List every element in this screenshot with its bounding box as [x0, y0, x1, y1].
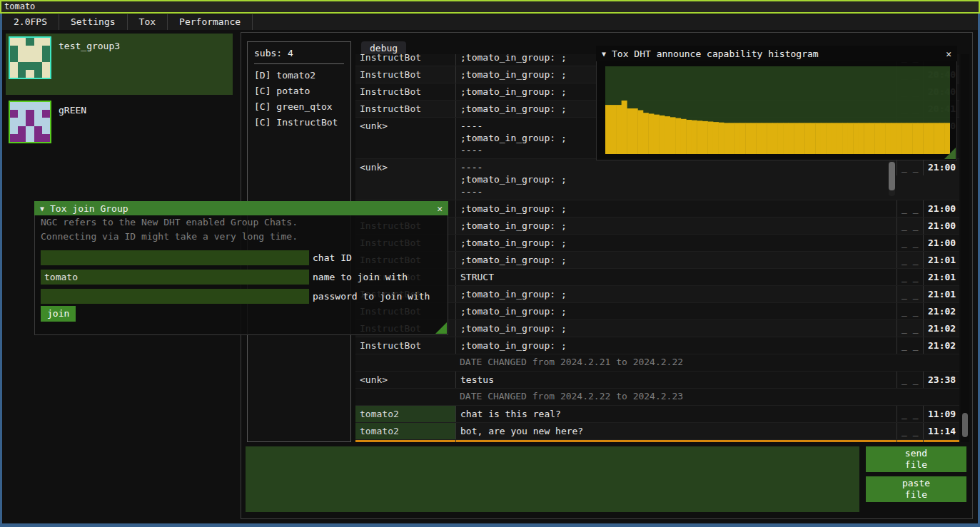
- sender-name[interactable]: <unk>: [355, 118, 455, 134]
- group-row-test_group3[interactable]: test_group3: [6, 34, 233, 95]
- histogram-window-title: Tox DHT announce capability histogram: [612, 48, 819, 59]
- message-cell-scrollbar-thumb[interactable]: [889, 162, 895, 190]
- chat-message-row[interactable]: InstructBotNo, I've been in this group f…: [355, 440, 959, 442]
- avatar-pixel: [42, 46, 50, 53]
- sender-name[interactable]: tomato2: [355, 423, 455, 439]
- join-field-row: chat ID: [41, 250, 352, 266]
- menu-item-tox[interactable]: Tox: [128, 14, 168, 30]
- indicator-mark: _: [901, 255, 907, 265]
- join-group-dialog: ▼ Tox join Group ✕ NGC refers to the New…: [34, 201, 448, 335]
- histogram-resize-grip[interactable]: [944, 148, 956, 159]
- sender-name[interactable]: <unk>: [355, 159, 455, 175]
- avatar-pixel: [26, 70, 34, 78]
- group-name-label: gREEN: [59, 105, 86, 116]
- avatar-pixel: [10, 53, 18, 61]
- timestamp: 21:02: [923, 320, 959, 337]
- indicator-mark: _: [901, 203, 907, 214]
- histogram-window-titlebar[interactable]: ▼ Tox DHT announce capability histogram …: [596, 46, 957, 61]
- message-text: ;tomato_in_group: ;: [455, 286, 896, 302]
- timestamp: 21:00: [923, 235, 959, 251]
- indicator-mark: _: [907, 426, 919, 436]
- join-field-label: chat ID: [313, 250, 352, 266]
- message-compose-input[interactable]: [246, 446, 859, 512]
- avatar-pixel: [34, 134, 42, 142]
- sender-name[interactable]: <unk>: [355, 372, 455, 388]
- app-window: tomato 2.0FPS SettingsToxPerformance tes…: [0, 0, 980, 527]
- timestamp: 11:14: [923, 423, 959, 439]
- avatar-pixel: [34, 38, 42, 46]
- join-field-row: name to join with: [41, 270, 408, 285]
- sender-name[interactable]: InstructBot: [355, 54, 455, 66]
- date-changed-row[interactable]: DATE CHANGED from 2024.2.22 to 2024.2.23: [355, 389, 959, 406]
- menu-item-performance[interactable]: Performance: [168, 14, 253, 30]
- sender-name[interactable]: InstructBot: [355, 440, 455, 442]
- window-title: tomato: [4, 1, 35, 11]
- send-file-button[interactable]: send file: [866, 446, 966, 472]
- avatar-pixel: [10, 126, 18, 134]
- group-avatar: [9, 36, 51, 79]
- chat-message-row[interactable]: <unk>testus_ _23:38: [355, 372, 959, 389]
- timestamp: 11:15: [923, 440, 959, 442]
- join-input-password-to-join-with[interactable]: [41, 289, 309, 304]
- avatar-pixel: [18, 126, 26, 134]
- sender-name[interactable]: InstructBot: [355, 66, 455, 83]
- delivery-indicator: _ _: [896, 286, 923, 302]
- join-dialog-close-icon[interactable]: ✕: [437, 203, 443, 214]
- delivery-indicator: _ _: [896, 406, 923, 422]
- avatar-pixel: [26, 38, 34, 46]
- date-row-spacer: [355, 354, 455, 371]
- avatar-pixel: [18, 102, 26, 110]
- delivery-indicator: _ _: [896, 320, 923, 337]
- window-border-bottom: [0, 523, 980, 527]
- message-text: chat is this real?: [455, 406, 896, 422]
- indicator-mark: _: [907, 289, 919, 300]
- subs-member[interactable]: [D] tomato2: [254, 68, 344, 83]
- indicator-mark: _: [901, 237, 907, 248]
- tab-debug[interactable]: debug: [361, 41, 406, 56]
- avatar-pixel: [10, 134, 18, 142]
- sender-name[interactable]: InstructBot: [355, 337, 455, 354]
- avatar-pixel: [34, 46, 42, 53]
- window-titlebar[interactable]: tomato: [0, 0, 980, 14]
- message-text: ;tomato_in_group: ;: [455, 218, 896, 234]
- join-dialog-title: Tox join Group: [50, 203, 128, 214]
- chat-message-row[interactable]: InstructBot;tomato_in_group: ;_ _21:02: [355, 337, 959, 354]
- avatar-pixel: [34, 110, 42, 118]
- chat-message-row[interactable]: <unk>---- ;tomato_in_group: ; ----_ _21:…: [355, 159, 959, 200]
- chat-scrollbar[interactable]: [961, 54, 969, 442]
- sender-name[interactable]: InstructBot: [355, 83, 455, 100]
- subs-list: [D] tomato2[C] potato[C] green_qtox[C] I…: [254, 68, 344, 131]
- join-button[interactable]: join: [41, 306, 76, 322]
- indicator-mark: _: [907, 203, 919, 214]
- sender-name[interactable]: InstructBot: [355, 101, 455, 117]
- paste-file-button[interactable]: paste file: [866, 476, 966, 502]
- date-changed-row[interactable]: DATE CHANGED from 2024.2.21 to 2024.2.22: [355, 354, 959, 372]
- avatar-pixel: [18, 46, 26, 53]
- avatar-pixel: [18, 62, 26, 70]
- message-cell-scrollbar[interactable]: [889, 160, 895, 196]
- join-input-chat-ID[interactable]: [41, 250, 309, 265]
- indicator-mark: _: [901, 323, 907, 334]
- indicator-mark: _: [907, 306, 919, 317]
- collapse-arrow-icon[interactable]: ▼: [602, 50, 606, 58]
- collapse-arrow-icon[interactable]: ▼: [40, 205, 44, 213]
- chat-message-row[interactable]: tomato2bot, are you new here?_ _11:14: [355, 423, 959, 440]
- avatar-pixel: [10, 46, 18, 53]
- avatar-pixel: [10, 110, 18, 118]
- group-row-gREEN[interactable]: gREEN: [6, 98, 233, 159]
- join-input-name-to-join-with[interactable]: [41, 270, 309, 285]
- subs-member[interactable]: [C] InstructBot: [254, 115, 344, 131]
- chat-message-row[interactable]: tomato2chat is this real?_ _11:09: [355, 406, 959, 423]
- chat-scrollbar-thumb[interactable]: [962, 413, 968, 437]
- join-dialog-resize-grip[interactable]: [435, 322, 447, 334]
- subs-member[interactable]: [C] green_qtox: [254, 99, 344, 115]
- menu-item-settings[interactable]: Settings: [59, 14, 128, 30]
- delivery-indicator: _ _: [896, 252, 923, 268]
- sender-name[interactable]: tomato2: [355, 406, 455, 422]
- join-field-label: password to join with: [313, 289, 430, 305]
- histogram-close-icon[interactable]: ✕: [946, 48, 951, 59]
- subs-member[interactable]: [C] potato: [254, 83, 344, 99]
- indicator-mark: _: [907, 220, 919, 231]
- join-dialog-titlebar[interactable]: ▼ Tox join Group ✕: [34, 201, 448, 215]
- avatar-pixel: [42, 70, 50, 78]
